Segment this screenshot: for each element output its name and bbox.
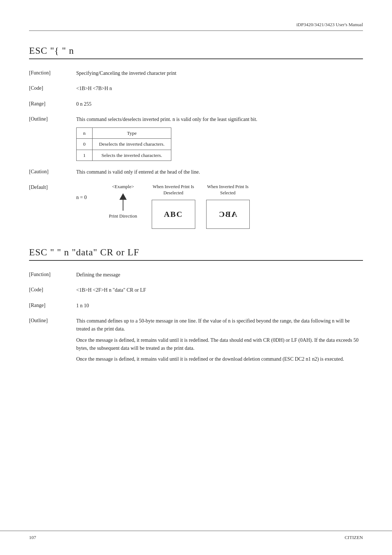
- range-row: [Range] 0 n 255: [29, 100, 363, 108]
- s2-range-row: [Range] 1 n 10: [29, 302, 363, 310]
- deselected-title: When Inverted Print Is Deselected: [153, 184, 194, 197]
- example-label: <Example>: [112, 184, 134, 190]
- code-label: [Code]: [29, 85, 76, 91]
- table-type-0: Deselects the inverted characters.: [92, 139, 171, 150]
- outline-p1: This command defines up to a 50-byte mes…: [76, 317, 363, 333]
- arrow-up-icon: [119, 193, 127, 200]
- code-value: <1B>H <7B>H n: [76, 85, 363, 93]
- s2-range-label: [Range]: [29, 302, 76, 308]
- section-esc-define: ESC " " n "data" CR or LF [Function] Def…: [29, 247, 363, 366]
- s2-code-value: <1B>H <2F>H n "data" CR or LF: [76, 286, 363, 294]
- function-value: Specifying/Canceling the inverted charac…: [76, 69, 363, 77]
- range-label: [Range]: [29, 100, 76, 107]
- selected-text: ABC: [218, 210, 237, 219]
- example-area: <Example> Print Direction: [109, 184, 137, 219]
- s2-function-value: Defining the message: [76, 271, 363, 279]
- s2-function-row: [Function] Defining the message: [29, 271, 363, 279]
- outline-label: [Outline]: [29, 116, 76, 122]
- s2-code-label: [Code]: [29, 286, 76, 293]
- outline-content: This command selects/deselects inverted …: [76, 116, 363, 161]
- print-direction-area: Print Direction: [109, 193, 137, 219]
- s2-function-label: [Function]: [29, 271, 76, 278]
- brand-name: CITIZEN: [344, 535, 363, 540]
- caution-value: This command is valid only if entered at…: [76, 168, 363, 176]
- arrow-line: [123, 200, 123, 211]
- default-label: [Default]: [29, 184, 76, 190]
- default-row: [Default] n = 0 <Example> Print Directio…: [29, 184, 363, 229]
- default-n-value: n = 0: [76, 184, 102, 200]
- s2-range-value: 1 n 10: [76, 302, 363, 310]
- caution-label: [Caution]: [29, 168, 76, 175]
- table-row: 0 Deselects the inverted characters.: [77, 139, 171, 150]
- default-content: n = 0 <Example> Print Direction When Inv…: [76, 184, 363, 229]
- print-direction-text: Print Direction: [109, 213, 137, 219]
- table-type-1: Selects the inverted characters.: [92, 150, 171, 161]
- outline-p2: Once the message is defined, it remains …: [76, 336, 363, 353]
- page-number: 107: [29, 535, 36, 540]
- page: iDP3420/3421/3423 User's Manual ESC "{ "…: [0, 0, 392, 555]
- table-n-1: 1: [77, 150, 93, 161]
- function-label: [Function]: [29, 69, 76, 76]
- deselected-text: ABC: [164, 210, 183, 219]
- caution-row: [Caution] This command is valid only if …: [29, 168, 363, 176]
- s2-outline-row: [Outline] This command defines up to a 5…: [29, 317, 363, 366]
- s2-code-row: [Code] <1B>H <2F>H n "data" CR or LF: [29, 286, 363, 294]
- manual-title: iDP3420/3421/3423 User's Manual: [296, 22, 363, 28]
- selected-box: ABC: [206, 200, 250, 229]
- s2-outline-content: This command defines up to a 50-byte mes…: [76, 317, 363, 366]
- outline-row: [Outline] This command selects/deselects…: [29, 116, 363, 161]
- page-header: iDP3420/3421/3423 User's Manual: [29, 22, 363, 31]
- section-esc-brace: ESC "{ " n [Function] Specifying/Canceli…: [29, 45, 363, 229]
- s2-outline-label: [Outline]: [29, 317, 76, 324]
- page-footer: 107 CITIZEN: [0, 531, 392, 540]
- section2-title: ESC " " n "data" CR or LF: [29, 247, 363, 261]
- deselected-box: ABC: [152, 200, 195, 229]
- code-row: [Code] <1B>H <7B>H n: [29, 85, 363, 93]
- section1-title: ESC "{ " n: [29, 45, 363, 59]
- selected-group: When Inverted Print Is Selected ABC: [206, 184, 250, 229]
- selected-title: When Inverted Print Is Selected: [207, 184, 249, 197]
- outline-intro: This command selects/deselects inverted …: [76, 116, 363, 123]
- outline-table: n Type 0 Deselects the inverted characte…: [76, 127, 171, 161]
- table-n-0: 0: [77, 139, 93, 150]
- range-value: 0 n 255: [76, 100, 363, 108]
- outline-p3: Once the message is defined, it remains …: [76, 355, 363, 363]
- deselected-group: When Inverted Print Is Deselected ABC: [152, 184, 195, 229]
- table-col-type: Type: [92, 127, 171, 139]
- function-row: [Function] Specifying/Canceling the inve…: [29, 69, 363, 77]
- table-row: 1 Selects the inverted characters.: [77, 150, 171, 161]
- inverted-boxes: When Inverted Print Is Deselected ABC Wh…: [152, 184, 250, 229]
- table-col-n: n: [77, 127, 93, 139]
